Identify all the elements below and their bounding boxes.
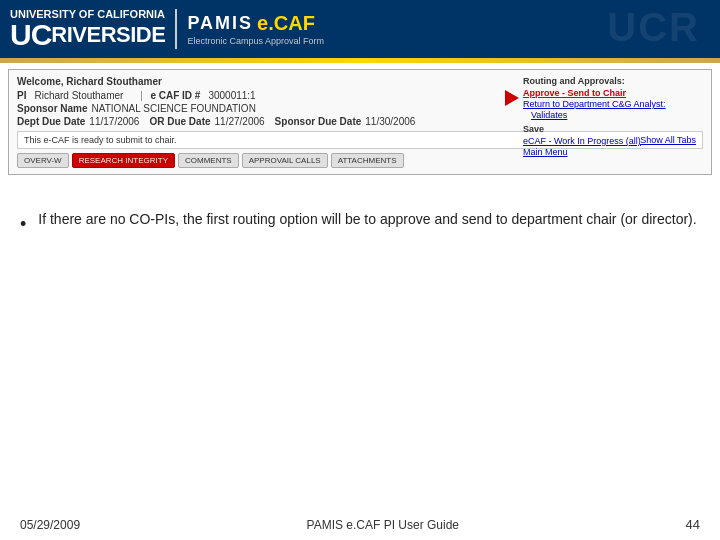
ecaf-work-in-progress-link[interactable]: eCAF - Work In Progress (all) <box>523 136 703 146</box>
footer-title: PAMIS e.CAF PI User Guide <box>307 518 460 532</box>
pi-separator <box>141 91 142 101</box>
header-divider <box>175 9 177 49</box>
ucr-logo: UNIVERSITY OF CALIFORNIA UC RIVERSIDE PA… <box>10 9 324 50</box>
riverside-text: RIVERSIDE <box>51 24 165 46</box>
ecaf-id-value: 3000011:1 <box>208 90 255 101</box>
or-due-label: OR Due Date <box>149 116 210 127</box>
validates-link[interactable]: Validates <box>531 110 703 120</box>
footer-date: 05/29/2009 <box>20 518 80 532</box>
pi-label: PI <box>17 90 26 101</box>
or-due-value: 11/27/2006 <box>215 116 265 127</box>
tab-research-integrity[interactable]: RESEARCH INTEGRITY <box>72 153 175 168</box>
main-content: Welcome, Richard Stouthamer PI Richard S… <box>0 63 720 179</box>
return-to-dept-link[interactable]: Return to Department C&G Analyst: <box>523 99 703 109</box>
tab-attachments[interactable]: ATTACHMENTS <box>331 153 404 168</box>
footer-page-number: 44 <box>686 517 700 532</box>
save-section: Save eCAF - Work In Progress (all) Main … <box>523 124 703 157</box>
status-message: This e-CAF is ready to submit to chair. <box>24 135 177 145</box>
bullet-text: If there are no CO-PIs, the first routin… <box>38 209 696 230</box>
sponsor-name-value: NATIONAL SCIENCE FOUNDATION <box>92 103 256 114</box>
page-header: UNIVERSITY OF CALIFORNIA UC RIVERSIDE PA… <box>0 0 720 58</box>
routing-panel: Routing and Approvals: Approve - Send to… <box>523 76 703 158</box>
pamis-text: PAMIS <box>187 13 253 34</box>
dept-due-value: 11/17/2006 <box>89 116 139 127</box>
dept-due-label: Dept Due Date <box>17 116 85 127</box>
ecaf-text: e.CAF <box>257 12 315 35</box>
bullet-dot: • <box>20 211 26 238</box>
routing-title: Routing and Approvals: <box>523 76 703 86</box>
sponsor-due-value: 11/30/2006 <box>365 116 415 127</box>
approve-send-to-chair-link[interactable]: Approve - Send to Chair <box>523 88 703 98</box>
ecaf-id-label: e CAF ID # <box>150 90 200 101</box>
bullet-section: • If there are no CO-PIs, the first rout… <box>0 179 720 248</box>
arrow-indicator <box>505 90 519 106</box>
uc-letters: UC <box>10 20 51 50</box>
save-title: Save <box>523 124 703 134</box>
header-watermark: UCR <box>607 5 700 50</box>
tab-comments[interactable]: COMMENTS <box>178 153 239 168</box>
sponsor-due-label: Sponsor Due Date <box>275 116 362 127</box>
bullet-item: • If there are no CO-PIs, the first rout… <box>20 209 700 238</box>
form-panel: Welcome, Richard Stouthamer PI Richard S… <box>8 69 712 175</box>
pamis-ecaf-logo: PAMIS e.CAF Electronic Campus Approval F… <box>187 12 324 46</box>
sponsor-name-label: Sponsor Name <box>17 103 88 114</box>
pi-value: Richard Stouthamer <box>34 90 123 101</box>
tab-overview[interactable]: OVERV-W <box>17 153 69 168</box>
ecaf-subtitle: Electronic Campus Approval Form <box>187 36 324 46</box>
page-footer: 05/29/2009 PAMIS e.CAF PI User Guide 44 <box>0 517 720 532</box>
main-menu-link[interactable]: Main Menu <box>523 147 703 157</box>
tab-approval[interactable]: APPROVAIL CALLS <box>242 153 328 168</box>
